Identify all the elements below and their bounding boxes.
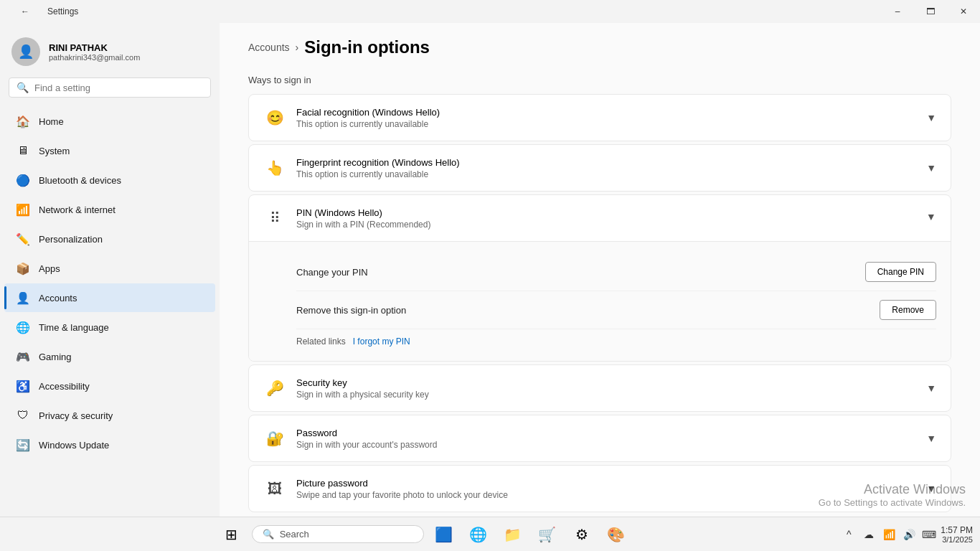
pin-action-btn[interactable]: Change PIN	[865, 262, 936, 282]
search-input[interactable]	[34, 83, 203, 93]
sign-in-card-password: 🔐 Password Sign in with your account's p…	[248, 415, 951, 462]
user-email: pathakrini343@gmail.com	[49, 53, 140, 62]
sidebar-item-network[interactable]: 📶 Network & internet	[4, 195, 215, 224]
sign-in-card-pin: ⠿ PIN (Windows Hello) Sign in with a PIN…	[248, 194, 951, 362]
cloud-icon[interactable]: ☁	[860, 526, 877, 543]
user-info: RINI PATHAK pathakrini343@gmail.com	[49, 42, 140, 62]
taskbar-app-settings[interactable]: ⚙	[567, 520, 596, 549]
sign-in-text-pin: PIN (Windows Hello) Sign in with a PIN (…	[296, 207, 430, 230]
sign-in-header-left: 👆 Fingerprint recognition (Windows Hello…	[263, 156, 460, 179]
sign-in-icon-picture: 🖼	[263, 477, 286, 500]
close-button[interactable]: ✕	[947, 0, 980, 23]
nav-label-bluetooth: Bluetooth & devices	[39, 175, 121, 186]
pin-row: Remove this sign-in option Remove	[296, 291, 936, 329]
sign-in-card-fingerprint: 👆 Fingerprint recognition (Windows Hello…	[248, 144, 951, 192]
nav-icon-update: 🔄	[16, 438, 30, 452]
title-bar-title: Settings	[47, 6, 78, 17]
sign-in-header-picture[interactable]: 🖼 Picture password Swipe and tap your fa…	[249, 466, 951, 512]
sidebar-item-gaming[interactable]: 🎮 Gaming	[4, 342, 215, 371]
start-button[interactable]: ⊞	[217, 520, 246, 549]
sidebar-item-accessibility[interactable]: ♿ Accessibility	[4, 372, 215, 400]
sidebar-item-bluetooth[interactable]: 🔵 Bluetooth & devices	[4, 166, 215, 194]
maximize-button[interactable]: 🗖	[914, 0, 947, 23]
sidebar-item-time[interactable]: 🌐 Time & language	[4, 313, 215, 342]
taskbar-right: ^ ☁ 📶 🔊 ⌨ 1:57 PM 3/1/2025	[840, 525, 973, 544]
taskbar-time[interactable]: 1:57 PM 3/1/2025	[941, 525, 973, 544]
search-box[interactable]: 🔍	[9, 77, 211, 98]
sign-in-icon-pin: ⠿	[263, 207, 286, 230]
nav-label-network: Network & internet	[39, 204, 116, 215]
sign-in-header-pin[interactable]: ⠿ PIN (Windows Hello) Sign in with a PIN…	[249, 195, 951, 241]
nav-label-system: System	[39, 146, 70, 156]
sign-in-header-fingerprint[interactable]: 👆 Fingerprint recognition (Windows Hello…	[249, 145, 951, 191]
sidebar-item-apps[interactable]: 📦 Apps	[4, 254, 215, 283]
pin-action-btn[interactable]: Remove	[880, 300, 936, 320]
chevron-icon-picture: ▼	[926, 483, 936, 494]
nav-label-update: Windows Update	[39, 440, 109, 451]
title-bar-left: ← Settings	[9, 0, 78, 23]
time-value: 1:57 PM	[941, 525, 973, 535]
sign-in-icon-securitykey: 🔑	[263, 377, 286, 400]
nav-label-gaming: Gaming	[39, 352, 72, 362]
sidebar-item-personalization[interactable]: ✏️ Personalization	[4, 225, 215, 253]
taskbar-app-browser[interactable]: 🌐	[464, 520, 493, 549]
breadcrumb-sep: ›	[296, 42, 299, 53]
sign-in-header-left: ⠿ PIN (Windows Hello) Sign in with a PIN…	[263, 207, 430, 230]
taskbar-app-store[interactable]: 🛒	[533, 520, 562, 549]
related-links-label: Related links	[296, 336, 346, 347]
taskbar: ⊞ 🔍 Search 🟦 🌐 📁 🛒 ⚙ 🎨 ^ ☁ 📶 🔊 ⌨ 1:57 PM…	[0, 517, 980, 551]
nav-label-time: Time & language	[39, 322, 109, 333]
sidebar-item-home[interactable]: 🏠 Home	[4, 107, 215, 136]
pin-row: Change your PIN Change PIN	[296, 253, 936, 291]
nav-label-privacy: Privacy & security	[39, 410, 113, 421]
section-title: Ways to sign in	[248, 75, 951, 85]
volume-icon[interactable]: 🔊	[900, 526, 918, 543]
taskbar-app-explorer[interactable]: 📁	[499, 520, 527, 549]
sign-in-text-facial: Facial recognition (Windows Hello) This …	[296, 107, 440, 129]
sign-in-header-left: 😊 Facial recognition (Windows Hello) Thi…	[263, 106, 440, 129]
taskbar-app-art[interactable]: 🎨	[602, 520, 631, 549]
sign-in-text-password: Password Sign in with your account's pas…	[296, 428, 437, 450]
sign-in-subtitle-facial: This option is currently unavailable	[296, 119, 440, 129]
search-icon: 🔍	[17, 82, 29, 93]
sign-in-subtitle-fingerprint: This option is currently unavailable	[296, 169, 460, 179]
chevron-icon-password: ▼	[926, 433, 936, 444]
sign-in-icon-fingerprint: 👆	[263, 156, 286, 179]
forgot-pin-link[interactable]: I forgot my PIN	[353, 336, 410, 347]
page-title: Sign-in options	[304, 37, 430, 57]
sidebar-item-accounts[interactable]: 👤 Accounts	[4, 283, 215, 312]
sign-in-title-facial: Facial recognition (Windows Hello)	[296, 107, 440, 118]
sign-in-title-pin: PIN (Windows Hello)	[296, 207, 430, 218]
sign-in-subtitle-securitykey: Sign in with a physical security key	[296, 390, 429, 400]
pin-row-label: Change your PIN	[296, 267, 368, 278]
keyboard-icon[interactable]: ⌨	[920, 526, 938, 543]
sign-in-header-facial[interactable]: 😊 Facial recognition (Windows Hello) Thi…	[249, 95, 951, 141]
minimize-button[interactable]: –	[881, 0, 914, 23]
sign-in-title-picture: Picture password	[296, 478, 508, 489]
sign-in-header-securitykey[interactable]: 🔑 Security key Sign in with a physical s…	[249, 365, 951, 411]
chevron-icon[interactable]: ^	[840, 526, 857, 543]
taskbar-app-widgets[interactable]: 🟦	[430, 520, 458, 549]
sidebar-item-system[interactable]: 🖥 System	[4, 136, 215, 165]
back-button[interactable]: ←	[9, 0, 42, 23]
nav-label-apps: Apps	[39, 263, 60, 274]
nav-list: 🏠 Home 🖥 System 🔵 Bluetooth & devices 📶 …	[0, 106, 220, 460]
pin-row-label: Remove this sign-in option	[296, 305, 406, 316]
taskbar-search[interactable]: 🔍 Search	[252, 525, 424, 543]
main-panel: Accounts › Sign-in options Ways to sign …	[220, 23, 980, 517]
network-icon[interactable]: 📶	[880, 526, 897, 543]
nav-icon-system: 🖥	[16, 143, 30, 158]
sign-in-header-password[interactable]: 🔐 Password Sign in with your account's p…	[249, 415, 951, 461]
nav-icon-time: 🌐	[16, 320, 30, 334]
sidebar-item-privacy[interactable]: 🛡 Privacy & security	[4, 401, 215, 430]
sign-in-title-fingerprint: Fingerprint recognition (Windows Hello)	[296, 157, 460, 168]
sidebar-item-update[interactable]: 🔄 Windows Update	[4, 430, 215, 459]
sign-in-header-left: 🖼 Picture password Swipe and tap your fa…	[263, 477, 508, 500]
breadcrumb-parent[interactable]: Accounts	[248, 42, 290, 53]
sign-in-card-picture: 🖼 Picture password Swipe and tap your fa…	[248, 465, 951, 512]
user-profile[interactable]: 👤 RINI PATHAK pathakrini343@gmail.com	[0, 23, 220, 77]
date-value: 3/1/2025	[941, 535, 973, 544]
taskbar-search-icon: 🔍	[263, 529, 274, 540]
sign-in-subtitle-picture: Swipe and tap your favorite photo to unl…	[296, 490, 508, 500]
nav-icon-home: 🏠	[16, 114, 30, 128]
